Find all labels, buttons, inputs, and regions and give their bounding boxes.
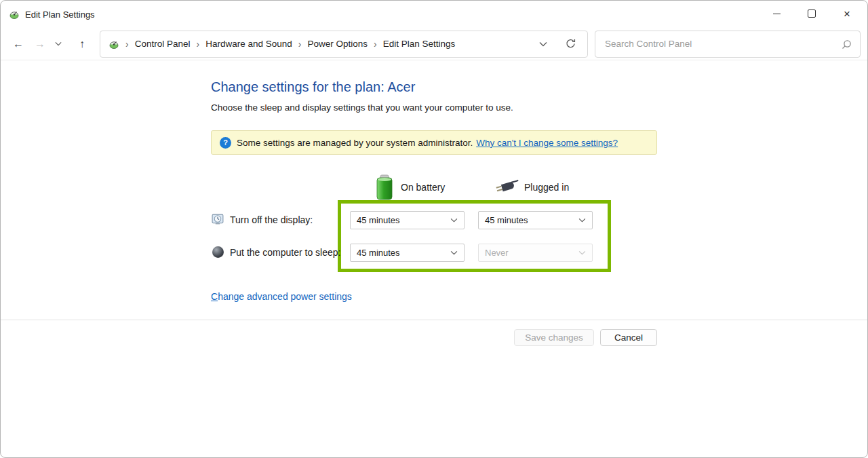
up-button[interactable]: ↑ bbox=[71, 33, 93, 55]
forward-icon: → bbox=[35, 38, 45, 50]
back-icon: ← bbox=[13, 38, 24, 50]
maximize-button[interactable] bbox=[794, 1, 829, 26]
navigation-bar: ← → ↑ › Control Panel › Hardware and Sou… bbox=[1, 28, 867, 60]
change-advanced-power-settings-link[interactable]: Change advanced power settings bbox=[211, 291, 352, 302]
select-value: 45 minutes bbox=[479, 215, 578, 225]
chevron-down-icon bbox=[55, 41, 62, 46]
chevron-down-icon bbox=[578, 250, 586, 255]
on-battery-column-header: On battery bbox=[401, 182, 445, 193]
breadcrumb-separator: › bbox=[298, 39, 302, 50]
display-icon bbox=[212, 213, 224, 229]
forward-button[interactable]: → bbox=[29, 33, 51, 55]
breadcrumb-power-options[interactable]: Power Options bbox=[307, 39, 368, 49]
minimize-icon bbox=[773, 14, 781, 14]
breadcrumb-separator: › bbox=[196, 39, 199, 50]
recent-locations-button[interactable] bbox=[51, 33, 66, 55]
chevron-down-icon bbox=[450, 250, 458, 255]
window-controls: × bbox=[759, 1, 865, 26]
window-title: Edit Plan Settings bbox=[25, 9, 95, 20]
breadcrumb-hardware-and-sound[interactable]: Hardware and Sound bbox=[205, 39, 292, 49]
back-button[interactable]: ← bbox=[7, 33, 29, 55]
chevron-down-icon bbox=[450, 218, 458, 223]
breadcrumb-separator: › bbox=[374, 39, 377, 50]
plug-icon bbox=[494, 178, 522, 198]
sleep-plugged-in-select[interactable]: Never bbox=[478, 244, 593, 262]
main-content: Change settings for the plan: Acer Choos… bbox=[1, 60, 867, 457]
close-button[interactable]: × bbox=[829, 1, 865, 26]
address-dropdown-chevron-icon[interactable] bbox=[539, 41, 547, 47]
plugged-in-column-header: Plugged in bbox=[524, 182, 569, 193]
admin-notice-text: Some settings are managed by your system… bbox=[237, 138, 473, 148]
titlebar: Edit Plan Settings × bbox=[1, 1, 867, 28]
search-box bbox=[595, 31, 861, 58]
select-value: 45 minutes bbox=[351, 215, 450, 225]
breadcrumb-separator: › bbox=[125, 39, 129, 50]
close-icon: × bbox=[844, 8, 850, 20]
put-computer-to-sleep-label: Put the computer to sleep: bbox=[230, 247, 340, 258]
display-plugged-in-select[interactable]: 45 minutes bbox=[478, 211, 593, 229]
cancel-button[interactable]: Cancel bbox=[600, 329, 657, 346]
page-subtitle: Choose the sleep and display settings th… bbox=[211, 102, 513, 113]
edit-plan-settings-window: Edit Plan Settings × ← → ↑ › Control bbox=[0, 0, 868, 458]
admin-notice-banner: ? Some settings are managed by your syst… bbox=[211, 130, 657, 155]
search-icon bbox=[841, 39, 852, 50]
refresh-icon[interactable] bbox=[565, 38, 576, 50]
sleep-on-battery-select[interactable]: 45 minutes bbox=[350, 244, 465, 262]
chevron-down-icon bbox=[578, 218, 586, 223]
up-icon: ↑ bbox=[79, 38, 85, 50]
help-icon: ? bbox=[220, 137, 231, 149]
sleep-icon bbox=[212, 246, 224, 258]
why-cant-i-change-settings-link[interactable]: Why can't I change some settings? bbox=[476, 138, 618, 148]
select-value: Never bbox=[479, 248, 578, 258]
breadcrumb-control-panel[interactable]: Control Panel bbox=[135, 39, 191, 49]
power-plan-icon bbox=[108, 39, 119, 50]
search-input[interactable] bbox=[595, 39, 860, 49]
maximize-icon bbox=[808, 9, 816, 18]
select-value: 45 minutes bbox=[351, 248, 450, 258]
address-bar[interactable]: › Control Panel › Hardware and Sound › P… bbox=[100, 31, 588, 58]
minimize-button[interactable] bbox=[759, 1, 794, 26]
display-on-battery-select[interactable]: 45 minutes bbox=[350, 211, 465, 229]
breadcrumb-edit-plan-settings[interactable]: Edit Plan Settings bbox=[383, 39, 456, 49]
footer-divider bbox=[1, 320, 867, 320]
page-title: Change settings for the plan: Acer bbox=[211, 79, 415, 95]
turn-off-display-label: Turn off the display: bbox=[230, 214, 313, 225]
battery-icon bbox=[376, 174, 393, 203]
power-plan-icon bbox=[9, 9, 20, 20]
save-changes-button[interactable]: Save changes bbox=[514, 329, 594, 346]
